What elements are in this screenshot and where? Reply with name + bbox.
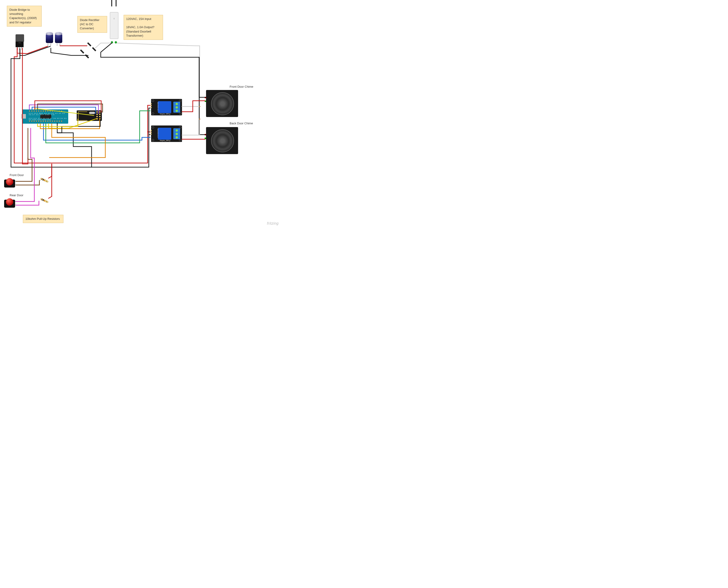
pullup-resistor-1: [40, 177, 49, 183]
nrf24l01-radio: [77, 110, 102, 121]
note-pullups: 10kohm Pull-Up Resistors: [23, 215, 63, 223]
arduino-nano: D13 3V3 REF A0 A1 A2 A3 A4 A5 A6 A7 5V R…: [22, 109, 68, 124]
back-door-speaker: [206, 127, 238, 154]
label-back-chime: Back Door Chime: [230, 122, 253, 125]
front-door-speaker: [206, 90, 238, 117]
rear-door-button[interactable]: [4, 198, 15, 209]
voltage-regulator: 7805: [16, 34, 24, 48]
fritzing-watermark: fritzing: [267, 222, 279, 226]
note-rectifier: Diode Rectifier (AC to DC Converter): [78, 16, 107, 33]
svg-point-1: [199, 118, 200, 120]
bridge-rectifier: [80, 42, 97, 59]
label-front-door: Front Door: [9, 173, 24, 177]
antenna-icon: [78, 111, 87, 121]
relay-module-2: Keyes_SR1y: [151, 125, 182, 142]
svg-point-0: [199, 106, 200, 107]
front-door-button[interactable]: [4, 178, 15, 188]
usb-port-icon: [21, 114, 26, 119]
breadboard-canvas: Diode Bridge to smoothing Capacitor(s), …: [0, 0, 281, 227]
capacitor-1: [46, 32, 53, 46]
label-front-chime: Front Door Chime: [230, 85, 253, 88]
capacitor-2: [55, 32, 62, 46]
note-psu: Diode Bridge to smoothing Capacitor(s), …: [7, 6, 42, 26]
doorbell-transformer: ⎓: [110, 6, 118, 45]
pullup-resistor-2: [40, 198, 49, 203]
note-transformer: 120VAC, 15A Input 16VAC, 1.0A Output? (S…: [124, 15, 163, 40]
label-rear-door: Rear Door: [9, 193, 23, 197]
relay-module-1: Keyes_SR1y: [151, 99, 182, 115]
